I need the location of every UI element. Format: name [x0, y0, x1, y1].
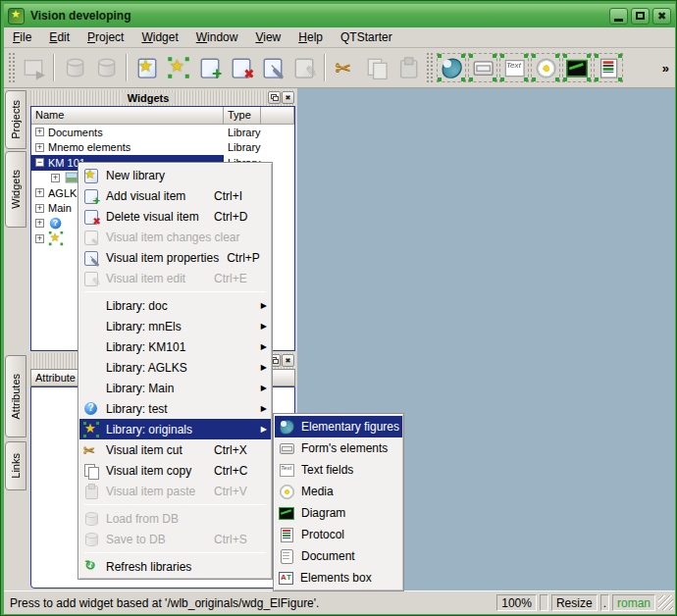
tree-row-label: Mnemo elements [48, 141, 130, 153]
diagram-icon [566, 57, 588, 78]
titlebar[interactable]: Vision developing ✖ [4, 4, 675, 27]
dock-float-button[interactable] [268, 91, 281, 104]
user-name[interactable]: roman [612, 594, 655, 611]
media-button[interactable] [531, 53, 560, 82]
tree-expander[interactable]: + [35, 188, 44, 197]
add-visual-item-button[interactable] [195, 53, 225, 82]
diagram-button[interactable] [562, 53, 592, 82]
toolbar: » [4, 48, 675, 88]
submenu-arrow-icon: ▶ [257, 322, 267, 331]
toolbar-overflow-button[interactable]: » [658, 61, 673, 76]
visual-item-properties-button[interactable] [258, 53, 287, 82]
menu-item-library-km101[interactable]: Library: KM101▶ [79, 336, 271, 357]
tree-row-label: Main [48, 202, 72, 214]
minimize-button[interactable] [609, 8, 628, 25]
cut-icon [83, 442, 99, 458]
copy-icon [83, 463, 99, 479]
toolbar-grip[interactable] [427, 53, 433, 82]
menu-item-diagram[interactable]: Diagram [275, 502, 402, 524]
menu-item-protocol[interactable]: Protocol [275, 524, 402, 545]
column-header-name[interactable]: Name [31, 107, 224, 124]
menu-item-elementary-figures[interactable]: Elementary figures [275, 416, 402, 437]
tree-expander[interactable]: − [35, 158, 44, 167]
menu-item-label: Visual item cut [106, 443, 206, 457]
tree-row-documents[interactable]: +DocumentsLibrary [31, 125, 294, 140]
protocol-button[interactable] [594, 53, 623, 82]
tree-header: Name Type [31, 107, 294, 125]
menu-item-library-originals[interactable]: Library: originals▶ [79, 419, 271, 439]
db-icon [64, 57, 85, 78]
tree-expander[interactable]: + [35, 204, 44, 213]
menubar-item-window[interactable]: Window [187, 28, 247, 46]
menu-item-library-doc[interactable]: Library: doc▶ [79, 295, 271, 316]
menu-item-shortcut: Ctrl+V [214, 485, 257, 498]
forms-elements-button[interactable] [468, 53, 497, 82]
menu-item-label: Delete visual item [106, 210, 206, 224]
menu-item-visual-item-copy[interactable]: Visual item copyCtrl+C [79, 460, 271, 481]
tab-links[interactable]: Links [5, 441, 26, 490]
menu-item-visual-item-cut[interactable]: Visual item cutCtrl+X [79, 439, 271, 460]
menu-item-document[interactable]: Document [275, 545, 402, 567]
tree-row-mnemo-elements[interactable]: +Mnemo elementsLibrary [31, 140, 294, 156]
menu-item-library-mnels[interactable]: Library: mnEls▶ [79, 316, 271, 336]
tab-projects-label: Projects [10, 100, 22, 139]
resize-grip[interactable] [658, 595, 673, 610]
statusbar-spacer [540, 594, 548, 611]
menu-item-elements-box[interactable]: Elements box [275, 567, 402, 589]
menu-item-add-visual-item[interactable]: Add visual itemCtrl+I [79, 185, 271, 206]
library-originals-button[interactable] [164, 53, 193, 82]
delete-visual-item-button[interactable] [227, 53, 256, 82]
menubar-item-project[interactable]: Project [78, 28, 132, 46]
protocol-icon [598, 57, 619, 78]
media-icon [279, 484, 294, 499]
tree-expander[interactable]: + [51, 174, 60, 182]
tree-expander[interactable]: + [35, 219, 44, 228]
menu-item-label: Diagram [301, 506, 398, 520]
tree-expander[interactable]: + [35, 143, 44, 152]
menubar-item-edit[interactable]: Edit [40, 28, 78, 46]
menubar-item-widget[interactable]: Widget [132, 28, 186, 46]
menu-separator [84, 291, 266, 292]
new-library-button[interactable] [132, 53, 162, 82]
tab-attributes[interactable]: Attributes [5, 355, 26, 437]
submenu-arrow-icon: ▶ [257, 363, 267, 372]
dock-close-button[interactable] [282, 91, 294, 104]
menu-item-library-test[interactable]: Library: test▶ [79, 398, 271, 419]
menu-item-new-library[interactable]: New library [79, 165, 271, 185]
tree-expander[interactable]: + [35, 234, 44, 243]
menubar-item-qtstarter[interactable]: QTStarter [332, 28, 401, 46]
text-fields-button[interactable] [499, 53, 529, 82]
toolbar-grip[interactable] [9, 53, 15, 82]
menu-item-form-s-elements[interactable]: Form's elements [275, 437, 402, 459]
menu-item-label: Visual item copy [106, 464, 206, 478]
tab-projects[interactable]: Projects [5, 90, 26, 149]
column-header-type[interactable]: Type [224, 107, 261, 124]
form-icon [279, 440, 294, 456]
widgets-dock-titlebar[interactable]: Widgets [30, 90, 295, 106]
dock-close-button[interactable] [282, 354, 294, 367]
menu-item-save-to-db: Save to DBCtrl+S [79, 529, 271, 549]
form-icon [472, 57, 494, 78]
maximize-button[interactable] [631, 8, 650, 25]
menu-item-refresh-libraries[interactable]: Refresh libraries [79, 556, 271, 577]
menu-item-visual-item-properties[interactable]: Visual item propertiesCtrl+P [79, 247, 271, 268]
statusbar: Press to add widget based at '/wlb_origi… [4, 590, 675, 614]
dock-area: Projects Widgets Attributes Links Widget… [4, 88, 675, 590]
tab-widgets[interactable]: Widgets [5, 151, 26, 228]
elementary-figures-button[interactable] [437, 53, 466, 82]
menubar-item-file[interactable]: File [4, 28, 40, 46]
menu-item-library-aglks[interactable]: Library: AGLKS▶ [79, 357, 271, 378]
zoom-level[interactable]: 100% [496, 594, 537, 611]
menu-item-library-main[interactable]: Library: Main▶ [79, 378, 271, 398]
close-button[interactable]: ✖ [652, 8, 671, 25]
tree-row-name: +Documents [31, 125, 224, 140]
visual-item-cut-button[interactable] [331, 53, 360, 82]
menu-item-media[interactable]: Media [275, 481, 402, 502]
menubar-item-help[interactable]: Help [289, 28, 332, 46]
menu-item-delete-visual-item[interactable]: Delete visual itemCtrl+D [79, 206, 271, 227]
resize-mode[interactable]: Resize [551, 594, 598, 611]
tree-expander[interactable]: + [35, 128, 44, 136]
db-icon [83, 532, 99, 547]
menu-item-text-fields[interactable]: Text fields [275, 459, 402, 481]
menubar-item-view[interactable]: View [246, 28, 289, 46]
